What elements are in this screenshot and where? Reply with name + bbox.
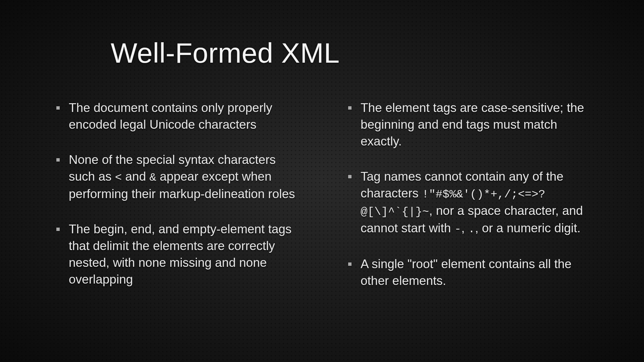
content-columns: The document contains only properly enco… — [54, 100, 590, 307]
left-bullet-list: The document contains only properly enco… — [54, 100, 299, 288]
slide-title: Well-Formed XML — [111, 37, 590, 69]
list-item: The begin, end, and empty-element tags t… — [54, 221, 299, 288]
code-text: < — [115, 171, 122, 184]
list-item: Tag names cannot contain any of the char… — [345, 168, 590, 237]
right-bullet-list: The element tags are case-sensitive; the… — [345, 100, 590, 289]
code-text: - — [454, 223, 461, 236]
text-span: , or a numeric digit. — [475, 221, 581, 235]
text-span: , — [461, 221, 468, 235]
text-span: and — [122, 170, 149, 183]
list-item: None of the special syntax characters su… — [54, 152, 299, 202]
code-text: & — [150, 171, 156, 184]
list-item: A single "root" element contains all the… — [345, 256, 590, 289]
list-item: The document contains only properly enco… — [54, 100, 299, 133]
right-column: The element tags are case-sensitive; the… — [332, 100, 590, 307]
list-item: The element tags are case-sensitive; the… — [345, 100, 590, 150]
left-column: The document contains only properly enco… — [54, 100, 299, 307]
code-text: . — [468, 223, 475, 236]
slide: Well-Formed XML The document contains on… — [0, 0, 644, 362]
